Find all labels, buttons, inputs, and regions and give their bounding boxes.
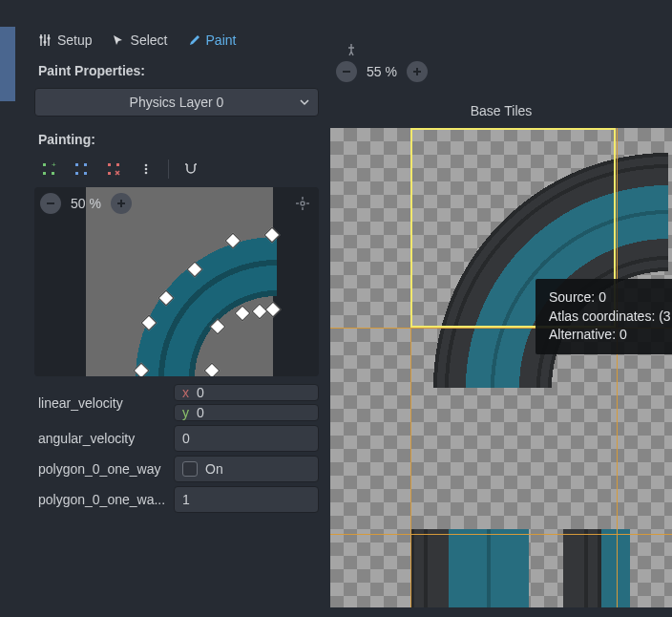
tile-graphic-straight (410, 529, 645, 607)
pin-icon (345, 43, 358, 56)
axis-x-label: x (182, 385, 189, 400)
center-icon (295, 196, 310, 211)
delete-polygon-icon (106, 161, 121, 177)
polygon-options-button[interactable] (136, 159, 157, 180)
prop-polygon-one-way-margin: polygon_0_one_wa... (29, 484, 325, 515)
svg-rect-21 (343, 71, 350, 73)
svg-text:+: + (52, 161, 56, 169)
svg-rect-9 (75, 172, 78, 175)
center-view-button[interactable] (292, 193, 313, 214)
physics-properties: linear_velocity x y angular_velocity pol… (29, 382, 325, 515)
prop-label: angular_velocity (34, 431, 170, 446)
cursor-icon (112, 33, 125, 47)
svg-rect-11 (108, 163, 111, 166)
svg-point-2 (47, 36, 50, 39)
brush-icon (187, 33, 200, 47)
tileset-editor-panel: Setup Select Paint Paint Properties: Phy… (29, 27, 325, 515)
polygon-one-way-margin-field[interactable] (174, 486, 319, 513)
atlas-zoom-controls: 55 % (330, 57, 672, 86)
polygon-toolbar: + (29, 153, 325, 185)
tab-label: Paint (206, 32, 237, 48)
mode-tabs: Setup Select Paint (29, 27, 325, 57)
minus-icon (45, 198, 56, 209)
polygon-one-way-margin-input[interactable] (182, 492, 310, 507)
prop-angular-velocity: angular_velocity (29, 423, 325, 454)
chevron-down-icon (299, 96, 310, 108)
edit-polygon-button[interactable] (71, 159, 92, 180)
kebab-icon (139, 162, 153, 176)
toolbar-separator (168, 160, 169, 179)
atlas-viewport[interactable]: Source: 0 Atlas coordinates: (3, Alterna… (330, 128, 672, 607)
physics-layer-dropdown[interactable]: Physics Layer 0 (34, 88, 319, 117)
svg-point-14 (145, 164, 148, 167)
tab-paint[interactable]: Paint (187, 32, 237, 48)
svg-rect-19 (120, 200, 122, 207)
add-polygon-icon: + (41, 161, 56, 177)
svg-rect-4 (43, 172, 46, 175)
atlas-zoom-value: 55 % (367, 64, 397, 79)
angular-velocity-field[interactable] (174, 425, 319, 452)
zoom-value: 50 % (71, 196, 101, 211)
svg-rect-10 (84, 172, 87, 175)
painting-label: Painting: (29, 126, 325, 153)
delete-polygon-button[interactable] (103, 159, 124, 180)
add-polygon-button[interactable]: + (38, 159, 59, 180)
edit-polygon-icon (74, 161, 89, 177)
linear-velocity-y-field[interactable]: y (174, 404, 319, 421)
svg-rect-3 (43, 163, 46, 166)
atlas-zoom-out-button[interactable] (336, 61, 357, 82)
polygon-one-way-field[interactable]: On (174, 456, 319, 482)
svg-rect-5 (52, 172, 54, 175)
prop-label: polygon_0_one_way (34, 461, 170, 477)
polygon-one-way-checkbox[interactable] (182, 461, 198, 477)
pin-button[interactable] (342, 40, 361, 59)
preview-zoom-controls: 50 % (40, 193, 132, 214)
checkbox-text: On (205, 461, 223, 477)
svg-rect-23 (416, 68, 418, 75)
tile-info-tooltip: Source: 0 Atlas coordinates: (3, Alterna… (536, 279, 672, 354)
svg-point-20 (301, 202, 304, 205)
paint-properties-label: Paint Properties: (29, 57, 325, 84)
svg-rect-13 (108, 172, 111, 175)
axis-y-label: y (182, 405, 189, 420)
plus-icon (116, 198, 127, 209)
linear-velocity-x-field[interactable]: x (174, 384, 319, 401)
atlas-zoom-in-button[interactable] (407, 61, 428, 82)
tab-setup[interactable]: Setup (38, 32, 93, 48)
snap-icon (183, 161, 199, 177)
prop-label: linear_velocity (34, 395, 170, 411)
prop-polygon-one-way: polygon_0_one_way On (29, 454, 325, 484)
linear-velocity-y-input[interactable] (197, 405, 310, 420)
angular-velocity-input[interactable] (182, 431, 310, 446)
linear-velocity-x-input[interactable] (197, 385, 310, 400)
prop-label: polygon_0_one_wa... (34, 492, 170, 507)
svg-point-1 (43, 40, 46, 43)
collision-polygon-editor[interactable]: 50 % (34, 187, 319, 376)
dock-handle[interactable] (0, 27, 15, 101)
tab-label: Select (131, 32, 168, 48)
svg-point-0 (39, 35, 42, 38)
svg-rect-12 (116, 163, 119, 166)
svg-point-15 (145, 168, 148, 171)
snap-button[interactable] (180, 159, 201, 180)
prop-linear-velocity: linear_velocity x y (29, 382, 325, 423)
svg-rect-7 (75, 163, 78, 166)
minus-icon (341, 66, 352, 77)
tile-bitmap (86, 187, 273, 376)
zoom-in-button[interactable] (111, 193, 132, 214)
svg-rect-17 (47, 202, 54, 204)
svg-rect-8 (84, 163, 87, 166)
sliders-icon (38, 33, 52, 47)
atlas-panel: 55 % Base Tiles Source: 0 Atlas coordina… (330, 57, 672, 617)
tab-label: Setup (57, 32, 93, 48)
dropdown-value: Physics Layer 0 (130, 95, 224, 110)
tab-select[interactable]: Select (112, 32, 168, 48)
plus-icon (411, 66, 423, 77)
zoom-out-button[interactable] (40, 193, 61, 214)
atlas-title: Base Tiles (330, 86, 672, 128)
svg-point-16 (145, 172, 148, 175)
